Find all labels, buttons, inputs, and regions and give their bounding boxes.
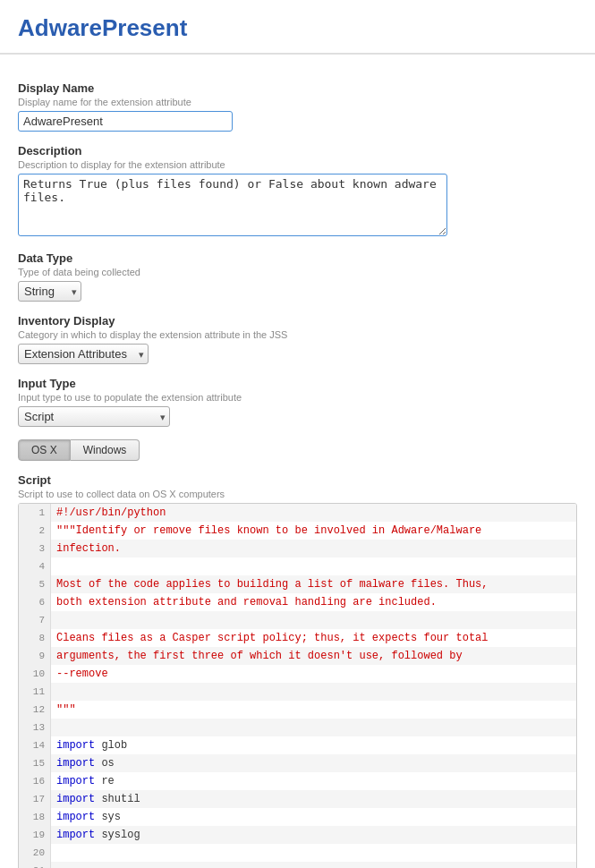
line-number: 15	[19, 754, 51, 772]
line-code: """	[51, 701, 81, 719]
line-number: 4	[19, 557, 51, 575]
line-number: 5	[19, 575, 51, 593]
description-label: Description	[18, 144, 577, 157]
inventory-display-hint: Category in which to display the extensi…	[18, 329, 577, 340]
input-type-label: Input Type	[18, 377, 577, 390]
table-row: 20	[19, 844, 576, 862]
line-number: 2	[19, 522, 51, 540]
line-code	[51, 862, 62, 868]
display-name-hint: Display name for the extension attribute	[18, 97, 577, 107]
table-row: 7	[19, 611, 576, 629]
input-type-hint: Input type to use to populate the extens…	[18, 392, 577, 403]
inventory-display-select-wrapper: Extension Attributes Hardware Operating …	[18, 344, 149, 364]
tab-osx[interactable]: OS X	[18, 439, 71, 461]
line-number: 14	[19, 736, 51, 754]
line-code: import glob	[51, 736, 132, 754]
line-code: Most of the code applies to building a l…	[51, 575, 493, 593]
line-code	[51, 719, 62, 736]
platform-tab-bar: OS X Windows	[18, 439, 577, 461]
line-code: """Identify or remove files known to be …	[51, 522, 487, 540]
line-code	[51, 844, 62, 862]
line-code: import re	[51, 772, 120, 790]
description-input[interactable]: Returns True (plus files found) or False…	[18, 174, 447, 236]
display-name-label: Display Name	[18, 81, 577, 95]
table-row: 18import sys	[19, 808, 576, 826]
line-code: infection.	[51, 540, 126, 557]
line-code	[51, 557, 62, 575]
display-name-section: Display Name Display name for the extens…	[18, 81, 577, 132]
table-row: 8Cleans files as a Casper script policy;…	[19, 629, 576, 647]
table-row: 21	[19, 862, 576, 868]
line-number: 13	[19, 719, 51, 736]
line-number: 7	[19, 611, 51, 629]
table-row: 6both extension attribute and removal ha…	[19, 593, 576, 611]
table-row: 14import glob	[19, 736, 576, 754]
description-hint: Description to display for the extension…	[18, 159, 577, 170]
line-code: import sys	[51, 808, 126, 826]
line-code	[51, 683, 62, 701]
inventory-display-section: Inventory Display Category in which to d…	[18, 314, 577, 364]
data-type-select[interactable]: String Integer Date	[18, 281, 81, 302]
table-row: 1#!/usr/bin/python	[19, 504, 576, 522]
input-type-select-wrapper: Script Text Field Pop-up Menu LDAP Attri…	[18, 406, 170, 427]
line-number: 21	[19, 862, 51, 868]
line-code: --remove	[51, 665, 114, 683]
table-row: 15import os	[19, 754, 576, 772]
table-row: 19import syslog	[19, 826, 576, 844]
line-number: 9	[19, 647, 51, 665]
line-code	[51, 611, 62, 629]
line-code: both extension attribute and removal han…	[51, 593, 442, 611]
script-hint: Script to use to collect data on OS X co…	[18, 489, 577, 499]
code-editor[interactable]: 1#!/usr/bin/python2"""Identify or remove…	[18, 503, 577, 868]
line-number: 3	[19, 540, 51, 557]
line-number: 6	[19, 593, 51, 611]
data-type-select-wrapper: String Integer Date ▾	[18, 281, 81, 302]
table-row: 17import shutil	[19, 790, 576, 808]
table-row: 16import re	[19, 772, 576, 790]
line-number: 11	[19, 683, 51, 701]
line-code: Cleans files as a Casper script policy; …	[51, 629, 493, 647]
input-type-section: Input Type Input type to use to populate…	[18, 377, 577, 427]
page-title: AdwarePresent	[18, 14, 577, 42]
script-section: Script Script to use to collect data on …	[18, 473, 577, 868]
table-row: 10--remove	[19, 665, 576, 683]
table-row: 9arguments, the first three of which it …	[19, 647, 576, 665]
table-row: 2"""Identify or remove files known to be…	[19, 522, 576, 540]
line-number: 1	[19, 504, 51, 522]
inventory-display-label: Inventory Display	[18, 314, 577, 328]
table-row: 5Most of the code applies to building a …	[19, 575, 576, 593]
script-label: Script	[18, 473, 577, 487]
table-row: 13	[19, 719, 576, 736]
line-number: 20	[19, 844, 51, 862]
description-section: Description Description to display for t…	[18, 144, 577, 239]
display-name-input[interactable]	[18, 111, 233, 132]
data-type-section: Data Type Type of data being collected S…	[18, 251, 577, 302]
line-number: 19	[19, 826, 51, 844]
line-number: 16	[19, 772, 51, 790]
line-number: 10	[19, 665, 51, 683]
line-code: import shutil	[51, 790, 146, 808]
input-type-select[interactable]: Script Text Field Pop-up Menu LDAP Attri…	[18, 406, 170, 427]
inventory-display-select[interactable]: Extension Attributes Hardware Operating …	[18, 344, 149, 364]
line-code: import os	[51, 754, 120, 772]
table-row: 12"""	[19, 701, 576, 719]
line-number: 17	[19, 790, 51, 808]
data-type-hint: Type of data being collected	[18, 267, 577, 277]
line-number: 8	[19, 629, 51, 647]
line-code: import syslog	[51, 826, 146, 844]
tab-windows[interactable]: Windows	[71, 439, 140, 461]
line-number: 12	[19, 701, 51, 719]
line-code: #!/usr/bin/python	[51, 504, 171, 522]
table-row: 4	[19, 557, 576, 575]
table-row: 3infection.	[19, 540, 576, 557]
table-row: 11	[19, 683, 576, 701]
data-type-label: Data Type	[18, 251, 577, 265]
line-number: 18	[19, 808, 51, 826]
line-code: arguments, the first three of which it d…	[51, 647, 468, 665]
